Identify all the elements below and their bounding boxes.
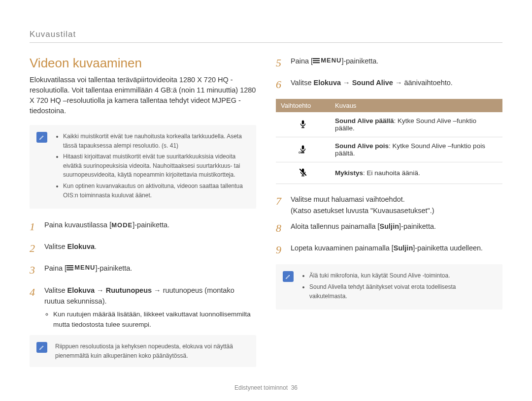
steps-left: 1 Paina kuvaustilassa [MODE]-painiketta.… (30, 219, 256, 330)
sound-alive-options-table: Vaihtoehto Kuvaus Sound Alive päällä: Ky… (276, 99, 502, 184)
table-header: Vaihtoehto (276, 99, 330, 112)
step: 4 Valitse Elokuva → Ruutunopeus → ruutun… (30, 285, 256, 331)
step-number: 3 (30, 262, 44, 278)
note-item: Kaikki muistikortit eivät tue nauhoitust… (63, 132, 248, 150)
step-bold: Suljin (380, 222, 399, 230)
note-item: Sound Alivella tehdyt äänitykset voivat … (309, 282, 495, 301)
step-bold: Elokuva (313, 79, 341, 87)
step-number: 6 (276, 76, 291, 93)
mode-label: MODE (111, 221, 133, 229)
footer-page: 36 (291, 384, 298, 391)
page-title: Videon kuvaaminen (30, 56, 256, 71)
option-desc: : Ei nauhoita ääniä. (363, 169, 420, 177)
step: 7 Valitse muut haluamasi vaihtoehdot. (K… (276, 194, 502, 216)
table-row: Sound Alive pois: Kytke Sound Alive –fun… (276, 137, 502, 162)
option-title: Sound Alive pois (335, 142, 389, 150)
step: 8 Aloita tallennus painamalla [Suljin]-p… (276, 221, 502, 238)
step-number: 2 (30, 240, 44, 257)
step-number: 9 (276, 242, 291, 258)
microphone-on-icon (299, 123, 307, 130)
step: 5 Paina [MENU]-painiketta. (276, 56, 502, 72)
steps-right-top: 5 Paina [MENU]-painiketta. 6 Valitse Elo… (276, 56, 502, 94)
step: 6 Valitse Elokuva → Sound Alive → ääniva… (276, 77, 502, 94)
step: 2 Valitse Elokuva. (30, 241, 256, 258)
step-text: ]-painiketta. (399, 222, 436, 230)
table-header: Kuvaus (330, 99, 502, 112)
step-bold: Sound Alive (352, 79, 393, 87)
content-columns: Videon kuvaaminen Elokuvatilassa voi tal… (30, 56, 502, 379)
step-text: → (95, 286, 106, 294)
footer-label: Edistyneet toiminnot (234, 384, 288, 391)
step-text: Aloita tallennus painamalla [ (291, 222, 380, 230)
step-bold: Ruutunopeus (106, 286, 152, 294)
section-header: Kuvaustilat (30, 30, 502, 43)
step-text: Paina [ (291, 57, 313, 65)
step-bold: Suljin (394, 244, 413, 252)
note-box-left-2: Riippuen resoluutiosta ja kehyksen nopeu… (30, 335, 256, 367)
pencil-icon (36, 132, 47, 143)
step-number: 4 (30, 284, 44, 301)
step-text: → äänivaihtoehto. (393, 79, 453, 87)
step-bold: Elokuva (67, 286, 95, 294)
note-text: Riippuen resoluutiosta ja kehyksen nopeu… (55, 343, 233, 359)
step-text: Valitse (44, 243, 67, 250)
step-text: → (341, 79, 352, 87)
step-bullet: Kun ruutujen määrää lisätään, liikkeet v… (53, 309, 256, 330)
step-number: 1 (30, 218, 44, 235)
step-text: Valitse (291, 79, 313, 87)
intro-paragraph: Elokuvatilassa voi tallentaa teräväpiirt… (30, 75, 256, 116)
pencil-icon (283, 271, 294, 282)
step-text: ]-painiketta. (341, 57, 378, 65)
note-box-left-1: Kaikki muistikortit eivät tue nauhoitust… (30, 125, 256, 209)
step-text: (Katso asetukset luvusta "Kuvausasetukse… (291, 207, 434, 215)
step-number: 5 (276, 55, 291, 71)
table-row: Sound Alive päällä: Kytke Sound Alive –f… (276, 112, 502, 137)
right-column: 5 Paina [MENU]-painiketta. 6 Valitse Elo… (276, 56, 502, 379)
pencil-icon (36, 342, 47, 353)
step: 1 Paina kuvaustilassa [MODE]-painiketta. (30, 219, 256, 236)
note-item: Kun optinen kuvanvakautus on aktivoituna… (63, 182, 248, 200)
step-text: Valitse muut haluamasi vaihtoehdot. (291, 195, 405, 203)
microphone-mute-icon (299, 171, 307, 179)
step: 3 Paina [MENU]-painiketta. (30, 263, 256, 279)
step-text: Paina kuvaustilassa [ (44, 221, 111, 229)
step-bold: Elokuva (67, 243, 95, 250)
step-text: . (95, 243, 97, 250)
menu-icon: MENU (66, 263, 95, 273)
step-text: ]-painiketta uudelleen. (413, 244, 483, 252)
left-column: Videon kuvaaminen Elokuvatilassa voi tal… (30, 56, 256, 379)
note-item: Hitaasti kirjoittavat muistikortit eivät… (63, 152, 248, 180)
step-text: ]-painiketta. (95, 264, 132, 272)
note-item: Älä tuki mikrofonia, kun käytät Sound Al… (309, 271, 495, 280)
step-text: ]-painiketta. (133, 221, 169, 229)
step: 9 Lopeta kuvaaminen painamalla [Suljin]-… (276, 243, 502, 259)
microphone-off-icon (299, 148, 307, 155)
page-footer: Edistyneet toiminnot 36 (30, 379, 502, 391)
step-text: Lopeta kuvaaminen painamalla [ (291, 244, 394, 252)
table-row: Mykistys: Ei nauhoita ääniä. (276, 162, 502, 184)
steps-right-bottom: 7 Valitse muut haluamasi vaihtoehdot. (K… (276, 194, 502, 259)
step-number: 7 (276, 193, 291, 210)
option-title: Mykistys (335, 169, 363, 177)
menu-icon: MENU (313, 56, 341, 65)
option-title: Sound Alive päällä (335, 117, 394, 124)
step-text: Valitse (44, 286, 67, 294)
step-text: Paina [ (44, 264, 66, 272)
step-number: 8 (276, 220, 291, 237)
note-box-right: Älä tuki mikrofonia, kun käytät Sound Al… (276, 264, 502, 309)
